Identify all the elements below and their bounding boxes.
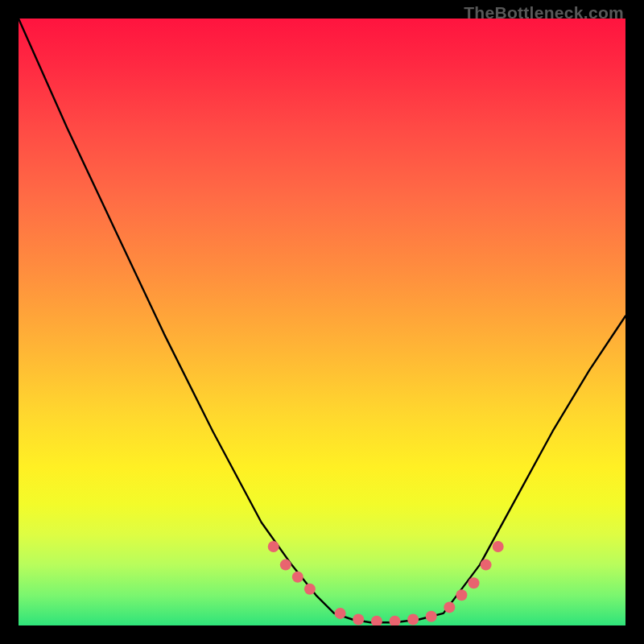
marker-dot bbox=[268, 541, 279, 552]
marker-dot bbox=[407, 614, 419, 625]
marker-dot bbox=[426, 611, 437, 622]
marker-dot bbox=[456, 589, 467, 601]
marker-dot bbox=[292, 572, 303, 583]
marker-dot bbox=[444, 601, 455, 613]
bottleneck-curve bbox=[19, 19, 625, 622]
marker-dot bbox=[493, 541, 504, 552]
marker-dot bbox=[481, 559, 492, 571]
plot-area bbox=[19, 19, 625, 625]
marker-dot bbox=[390, 616, 401, 625]
marker-dot bbox=[371, 616, 382, 625]
highlight-markers bbox=[268, 541, 504, 625]
marker-dot bbox=[353, 614, 364, 625]
chart-stage: TheBottleneck.com bbox=[0, 0, 644, 644]
marker-dot bbox=[280, 559, 291, 571]
marker-dot bbox=[469, 577, 480, 588]
curve-layer bbox=[19, 19, 625, 625]
marker-dot bbox=[304, 584, 316, 595]
marker-dot bbox=[335, 608, 346, 619]
